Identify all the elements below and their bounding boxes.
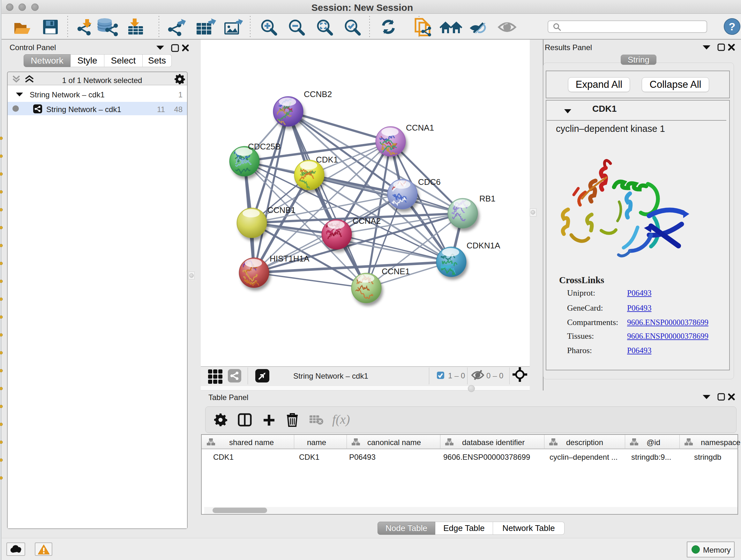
svg-text:CCNE1: CCNE1 — [382, 266, 410, 276]
svg-text:CDK1: CDK1 — [316, 155, 338, 165]
svg-text:CCNA1: CCNA1 — [406, 123, 434, 132]
svg-text:HIST1H1A: HIST1H1A — [270, 254, 310, 263]
svg-text:CDC25B: CDC25B — [248, 142, 281, 151]
svg-text:CDKN1A: CDKN1A — [467, 241, 500, 250]
svg-text:CCNB2: CCNB2 — [304, 89, 332, 99]
svg-text:CDC6: CDC6 — [418, 177, 441, 187]
svg-text:CCNB1: CCNB1 — [267, 205, 295, 215]
svg-text:RB1: RB1 — [479, 194, 495, 203]
svg-text:CCNA2: CCNA2 — [353, 216, 381, 226]
